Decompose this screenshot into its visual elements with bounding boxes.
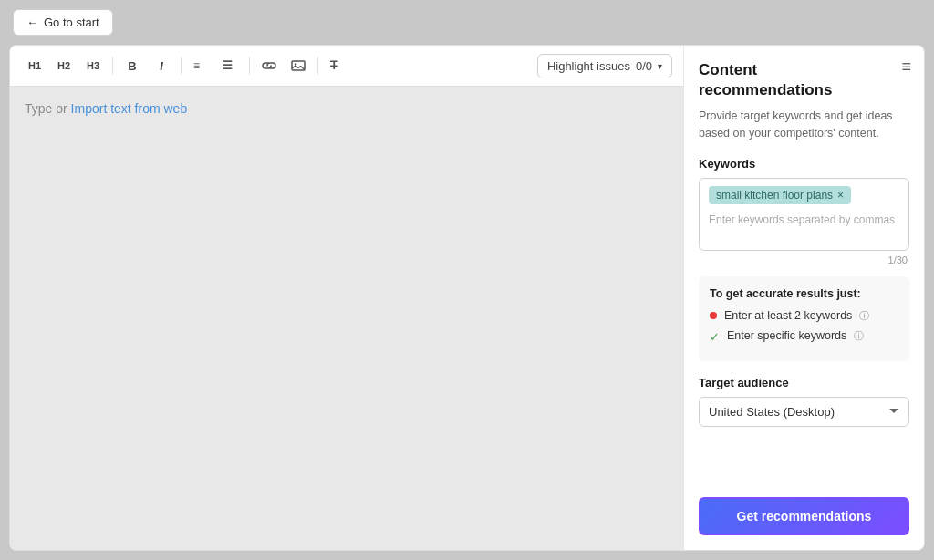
bold-button[interactable]: B: [119, 53, 146, 78]
svg-text:≡: ≡: [193, 59, 200, 72]
svg-point-3: [295, 63, 296, 65]
toolbar: H1 H2 H3 B I: [10, 46, 683, 87]
tip-2-info-icon[interactable]: ⓘ: [854, 329, 864, 343]
get-recommendations-label: Get recommendations: [737, 509, 872, 524]
top-bar: ← Go to start: [0, 0, 934, 45]
bold-label: B: [128, 59, 136, 73]
keywords-box[interactable]: small kitchen floor plans × Enter keywor…: [699, 178, 909, 251]
tip-2-text: Enter specific keywords: [727, 329, 846, 342]
separator-1: [112, 57, 113, 75]
unordered-list-icon: ☰: [223, 59, 237, 72]
image-button[interactable]: [285, 53, 312, 78]
keyword-tag-remove-button[interactable]: ×: [837, 190, 844, 201]
highlight-issues-count: 0/0: [636, 59, 652, 73]
h2-label: H2: [57, 60, 70, 71]
panel-title: Content recommendations: [699, 60, 909, 100]
svg-text:T̶: T̶: [330, 59, 338, 72]
go-to-start-button[interactable]: ← Go to start: [13, 9, 113, 36]
separator-4: [317, 57, 318, 75]
clear-format-icon: T̶: [330, 59, 345, 72]
highlight-issues-label: Highlight issues: [547, 59, 630, 73]
placeholder-text: Type or: [25, 101, 71, 116]
tip-bullet-red-icon: [710, 312, 717, 319]
h3-label: H3: [87, 60, 99, 71]
format-group: B I: [119, 53, 175, 78]
image-icon: [291, 59, 306, 72]
tips-box: To get accurate results just: Enter at l…: [699, 276, 909, 361]
keyword-tag-text: small kitchen floor plans: [716, 189, 833, 202]
clear-format-button[interactable]: T̶: [324, 53, 351, 78]
ordered-list-button[interactable]: ≡: [187, 53, 214, 78]
heading-group: H1 H2 H3: [21, 53, 107, 78]
list-group: ≡ ☰: [187, 53, 244, 78]
keywords-placeholder: Enter keywords separated by commas: [709, 213, 899, 226]
insert-group: [255, 53, 312, 78]
go-to-start-label: Go to start: [44, 16, 99, 29]
keywords-section-label: Keywords: [699, 157, 909, 171]
unordered-list-button[interactable]: ☰: [216, 53, 244, 78]
h3-button[interactable]: H3: [79, 53, 107, 78]
right-panel: ≡ Content recommendations Provide target…: [683, 45, 925, 551]
separator-2: [181, 57, 182, 75]
panel-menu-button[interactable]: ≡: [901, 58, 911, 75]
tip-item-1: Enter at least 2 keywords ⓘ: [710, 309, 898, 323]
target-audience-label: Target audience: [699, 376, 909, 389]
editor-section: H1 H2 H3 B I: [9, 45, 683, 551]
keyword-tag: small kitchen floor plans ×: [709, 186, 851, 204]
h2-button[interactable]: H2: [50, 53, 78, 78]
link-button[interactable]: [255, 53, 283, 78]
h1-button[interactable]: H1: [21, 53, 48, 78]
ordered-list-icon: ≡: [193, 59, 208, 72]
arrow-left-icon: ←: [26, 16, 38, 29]
get-recommendations-button[interactable]: Get recommendations: [699, 497, 909, 535]
tip-1-text: Enter at least 2 keywords: [724, 309, 852, 322]
italic-label: I: [160, 59, 163, 73]
keywords-counter: 1/30: [699, 254, 909, 265]
editor-body[interactable]: Type or Import text from web: [10, 87, 683, 550]
svg-text:☰: ☰: [223, 59, 233, 72]
dropdown-chevron-icon: ▾: [658, 61, 662, 71]
tip-check-green-icon: ✓: [710, 330, 720, 344]
import-link[interactable]: Import text from web: [71, 101, 188, 116]
italic-button[interactable]: I: [148, 53, 175, 78]
h1-label: H1: [28, 60, 41, 71]
tip-1-info-icon[interactable]: ⓘ: [859, 309, 869, 323]
audience-select[interactable]: United States (Desktop) United States (M…: [699, 397, 909, 427]
tip-item-2: ✓ Enter specific keywords ⓘ: [710, 329, 898, 344]
panel-subtitle: Provide target keywords and get ideas ba…: [699, 108, 909, 142]
main-content: H1 H2 H3 B I: [0, 45, 934, 560]
link-icon: [262, 59, 276, 72]
editor-placeholder: Type or Import text from web: [25, 101, 187, 116]
highlight-issues-dropdown[interactable]: Highlight issues 0/0 ▾: [537, 54, 672, 78]
svg-rect-2: [292, 61, 305, 70]
separator-3: [249, 57, 250, 75]
tips-title: To get accurate results just:: [710, 287, 898, 300]
